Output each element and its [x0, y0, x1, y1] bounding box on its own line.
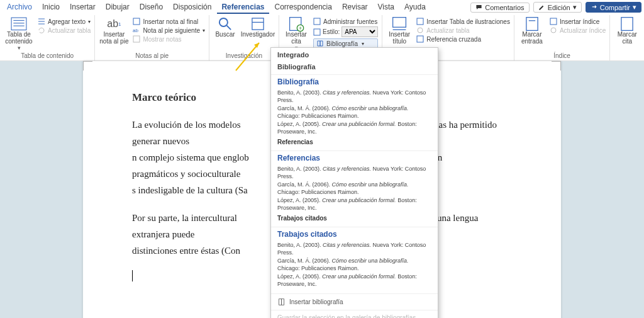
tab-inicio[interactable]: Inicio — [38, 1, 64, 14]
svg-line-8 — [227, 26, 231, 30]
refresh-icon — [550, 26, 557, 34]
dropdown-heading: Bibliografía — [271, 62, 438, 74]
tab-referencias[interactable]: Referencias — [217, 1, 269, 14]
tab-ayuda[interactable]: Ayuda — [400, 1, 430, 14]
show-icon — [133, 35, 140, 43]
chevron-down-icon: ▾ — [18, 45, 21, 51]
bibliography-dropdown: Integrado Bibliografía Bibliografía Beni… — [270, 47, 438, 318]
gallery-item-bibliografia[interactable]: Bibliografía Benito, A. (2003). Citas y … — [271, 74, 438, 150]
svg-rect-21 — [526, 18, 538, 31]
svg-rect-14 — [314, 18, 320, 25]
sources-icon — [313, 18, 321, 25]
citation-style-row: Estilo: APA — [313, 26, 378, 37]
gallery-item-trabajos-citados[interactable]: Trabajos citados Benito, A. (2003). Cita… — [271, 227, 438, 293]
update-index-button[interactable]: Actualizar índice — [550, 26, 606, 34]
refresh-icon — [38, 26, 45, 34]
search-icon — [217, 18, 233, 30]
svg-rect-16 — [393, 18, 406, 28]
mark-icon — [524, 18, 540, 30]
share-icon — [591, 4, 597, 11]
group-footnotes: ab1 Insertar nota al pie Insertar nota a… — [95, 15, 209, 60]
group-authorities: Marcar cita Insertar Tabla de autoridade… — [610, 15, 644, 60]
insert-table-illustrations-button[interactable]: Insertar Tabla de ilustraciones — [416, 18, 510, 25]
book-icon — [250, 18, 266, 30]
style-icon — [313, 28, 321, 36]
group-label: Tabla de contenido — [4, 52, 91, 60]
svg-rect-20 — [417, 36, 423, 42]
pencil-icon — [538, 4, 545, 11]
dropdown-section-integrated: Integrado — [271, 48, 438, 62]
citation-icon: + — [288, 18, 304, 30]
mark-citation-button[interactable]: Marcar cita — [614, 16, 640, 45]
insert-caption-button[interactable]: Insertar título — [386, 16, 413, 45]
update-captions-button[interactable]: Actualizar tabla — [416, 26, 510, 34]
svg-rect-18 — [417, 18, 423, 25]
next-icon: ab — [133, 26, 140, 34]
svg-rect-25 — [621, 18, 633, 31]
comment-icon — [475, 4, 482, 11]
editing-mode-button[interactable]: Edición ▾ — [533, 2, 582, 13]
share-button[interactable]: Compartir ▾ — [586, 2, 641, 13]
comments-button[interactable]: Comentarios — [470, 3, 529, 13]
toc-label: Tabla de contenido — [4, 31, 34, 45]
tab-disposicion[interactable]: Disposición — [169, 1, 216, 14]
crop-mark — [83, 61, 92, 71]
cross-reference-button[interactable]: Referencia cruzada — [416, 35, 510, 43]
insert-endnote-button[interactable]: Insertar nota al final — [133, 18, 205, 25]
insert-footnote-button[interactable]: ab1 Insertar nota al pie — [99, 16, 129, 45]
group-label: Índice — [518, 52, 606, 60]
table-icon — [416, 18, 424, 25]
toc-button[interactable]: Tabla de contenido ▾ — [4, 16, 34, 51]
mark-entry-button[interactable]: Marcar entrada — [518, 16, 546, 45]
svg-rect-6 — [133, 36, 140, 42]
tab-correspondencia[interactable]: Correspondencia — [270, 1, 336, 14]
group-label: Tabla de autoridades — [614, 52, 644, 60]
footnote-label: Insertar nota al pie — [99, 31, 129, 45]
update-toc-button[interactable]: Actualizar tabla — [38, 26, 91, 34]
crop-mark — [552, 61, 561, 71]
svg-point-7 — [219, 18, 228, 26]
add-text-button[interactable]: Agregar texto▾ — [38, 18, 91, 25]
tab-vista[interactable]: Vista — [374, 1, 399, 14]
group-label: Notas al pie — [99, 52, 205, 60]
svg-rect-15 — [314, 29, 320, 35]
show-notes-button[interactable]: Mostrar notas — [133, 35, 205, 43]
tab-insertar[interactable]: Insertar — [65, 1, 100, 14]
insert-bibliography-action[interactable]: Insertar bibliografía — [271, 293, 438, 310]
toc-icon — [11, 18, 27, 30]
svg-rect-9 — [252, 18, 264, 30]
tab-dibujar[interactable]: Dibujar — [101, 1, 134, 14]
group-research: Buscar Investigador Investigación — [209, 15, 279, 60]
caption-icon — [391, 18, 408, 30]
manage-sources-button[interactable]: Administrar fuentes — [313, 18, 378, 25]
group-index: Marcar entrada Insertar índice Actualiza… — [514, 15, 610, 60]
chevron-down-icon: ▾ — [633, 3, 636, 11]
group-label: Investigación — [213, 52, 275, 60]
svg-point-19 — [418, 28, 423, 33]
editing-label: Edición — [548, 4, 570, 11]
gavel-icon — [619, 18, 635, 30]
svg-rect-0 — [11, 18, 26, 30]
crossref-icon — [416, 35, 424, 43]
share-label: Compartir — [600, 4, 630, 11]
insert-citation-button[interactable]: + Insertar cita ▾ — [283, 16, 309, 51]
save-to-gallery-action: Guardar la selección en la galería de bi… — [271, 310, 438, 318]
endnote-icon — [133, 18, 140, 25]
insert-index-button[interactable]: Insertar índice — [550, 18, 606, 25]
gallery-item-referencias[interactable]: Referencias Benito, A. (2003). Citas y r… — [271, 150, 438, 227]
comments-label: Comentarios — [485, 4, 524, 11]
tab-diseno[interactable]: Diseño — [135, 1, 167, 14]
ab-icon: ab1 — [106, 18, 122, 30]
tab-revisar[interactable]: Revisar — [338, 1, 372, 14]
tab-file[interactable]: Archivo — [3, 1, 36, 14]
refresh-icon — [416, 26, 424, 34]
search-button[interactable]: Buscar — [213, 16, 237, 38]
svg-point-24 — [551, 28, 556, 33]
text-caret — [132, 270, 133, 281]
tab-bar: Archivo Inicio Insertar Dibujar Diseño D… — [0, 0, 644, 15]
group-toc: Tabla de contenido ▾ Agregar texto▾ Actu… — [0, 15, 95, 60]
book-icon — [277, 298, 286, 306]
next-footnote-button[interactable]: abNota al pie siguiente▾ — [133, 26, 205, 34]
researcher-button[interactable]: Investigador — [241, 16, 275, 38]
style-select[interactable]: APA — [341, 26, 378, 37]
